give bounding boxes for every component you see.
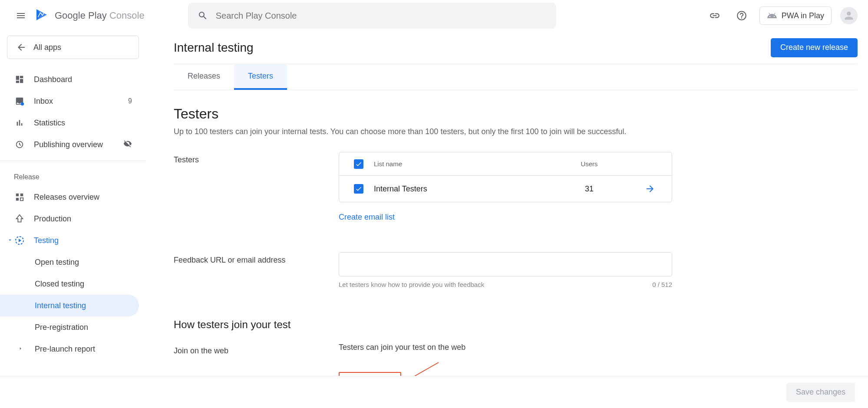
sidebar-item-inbox[interactable]: Inbox 9: [0, 90, 139, 112]
testers-description: Up to 100 testers can join your internal…: [174, 127, 858, 136]
link-button[interactable]: [706, 7, 724, 25]
play-console-icon: [35, 8, 49, 23]
svg-rect-4: [16, 194, 19, 196]
all-apps-button[interactable]: All apps: [7, 36, 139, 59]
app-selector[interactable]: PWA in Play: [759, 7, 832, 25]
sidebar-item-open-testing[interactable]: Open testing: [0, 251, 139, 273]
testers-label: Testers: [174, 152, 339, 165]
sidebar-item-releases-overview[interactable]: Releases overview: [0, 186, 139, 208]
tabs: Releases Testers: [174, 64, 858, 90]
arrow-right-icon: [645, 184, 655, 194]
svg-rect-6: [16, 198, 19, 201]
row-open-button[interactable]: [633, 184, 667, 194]
sidebar: All apps Dashboard Inbox 9 Statistics Pu…: [0, 31, 146, 360]
caret-right-icon: [17, 345, 23, 354]
sidebar-item-production[interactable]: Production: [0, 208, 139, 230]
logo-text: Google Play Console: [55, 10, 145, 21]
footer: Save changes: [0, 376, 868, 408]
join-label: Join on the web: [174, 343, 339, 355]
sidebar-item-pre-launch-report[interactable]: Pre-launch report: [0, 338, 139, 360]
sidebar-item-dashboard[interactable]: Dashboard: [0, 69, 139, 90]
svg-rect-5: [20, 194, 23, 196]
sidebar-item-label: Open testing: [35, 258, 79, 267]
sidebar-item-label: Publishing overview: [34, 140, 103, 149]
sidebar-section-release: Release: [7, 165, 139, 186]
create-release-button[interactable]: Create new release: [771, 38, 858, 57]
dashboard-icon: [14, 75, 25, 84]
arrow-left-icon: [16, 42, 26, 53]
sidebar-item-label: Dashboard: [34, 75, 72, 84]
person-icon: [843, 10, 855, 22]
sidebar-item-label: Pre-registration: [35, 323, 88, 332]
create-email-list-link[interactable]: Create email list: [339, 213, 395, 222]
testers-section: Testers Up to 100 testers can join your …: [174, 90, 858, 390]
search-box[interactable]: [188, 3, 556, 29]
tab-testers[interactable]: Testers: [234, 64, 287, 90]
sidebar-item-label: Testing: [34, 236, 59, 245]
table-row: Internal Testers 31: [339, 176, 672, 202]
header-right: PWA in Play: [706, 7, 858, 25]
tab-releases[interactable]: Releases: [174, 64, 234, 90]
caret-down-icon: [7, 236, 16, 245]
svg-rect-7: [20, 198, 23, 201]
divider: [0, 161, 146, 161]
col-users: Users: [546, 160, 633, 168]
help-button[interactable]: [733, 7, 751, 25]
feedback-helper: Let testers know how to provide you with…: [339, 281, 484, 288]
feedback-input[interactable]: [339, 252, 672, 276]
rocket-icon: [14, 214, 25, 224]
menu-icon: [16, 10, 26, 21]
sidebar-item-publishing[interactable]: Publishing overview: [0, 134, 139, 155]
bar-chart-icon: [14, 118, 25, 128]
join-description: Testers can join your test on the web: [339, 343, 672, 352]
publishing-status-icon: [123, 139, 132, 150]
row-list-name: Internal Testers: [374, 184, 546, 194]
col-list-name: List name: [374, 160, 546, 168]
header: Google Play Console PWA in Play: [0, 0, 868, 31]
svg-point-2: [21, 102, 24, 105]
sidebar-item-statistics[interactable]: Statistics: [0, 112, 139, 134]
sidebar-item-label: Internal testing: [35, 301, 86, 310]
hamburger-menu-button[interactable]: [10, 5, 31, 26]
inbox-icon: [14, 96, 25, 106]
feedback-label: Feedback URL or email address: [174, 252, 339, 265]
feedback-counter: 0 / 512: [652, 281, 672, 288]
row-users: 31: [546, 184, 633, 194]
search-input[interactable]: [216, 11, 547, 21]
sidebar-item-label: Releases overview: [34, 193, 99, 202]
sidebar-item-testing[interactable]: Testing: [0, 230, 139, 251]
testers-row: Testers List name Users Internal Testers…: [174, 152, 858, 222]
app-selector-label: PWA in Play: [782, 11, 824, 20]
sidebar-item-internal-testing[interactable]: Internal testing: [0, 295, 139, 316]
sidebar-item-closed-testing[interactable]: Closed testing: [0, 273, 139, 295]
save-changes-button[interactable]: Save changes: [786, 383, 855, 402]
logo[interactable]: Google Play Console: [35, 8, 145, 23]
help-icon: [736, 10, 747, 21]
testers-table: List name Users Internal Testers 31: [339, 152, 672, 202]
sidebar-item-pre-registration[interactable]: Pre-registration: [0, 316, 139, 338]
link-icon: [709, 10, 720, 21]
page-title: Internal testing: [174, 41, 254, 55]
row-checkbox[interactable]: [343, 184, 374, 194]
sidebar-item-label: Closed testing: [35, 280, 84, 289]
sidebar-item-label: Pre-launch report: [35, 345, 95, 354]
search-icon: [198, 10, 208, 21]
svg-marker-9: [19, 239, 21, 242]
page-header: Internal testing Create new release: [174, 31, 858, 64]
testers-heading: Testers: [174, 106, 858, 122]
user-avatar[interactable]: [840, 7, 858, 24]
join-heading: How testers join your test: [174, 319, 858, 331]
feedback-row: Feedback URL or email address Let tester…: [174, 252, 858, 288]
inbox-badge: 9: [128, 97, 132, 105]
main-content: Internal testing Create new release Rele…: [174, 31, 858, 390]
all-apps-label: All apps: [33, 43, 61, 52]
sidebar-item-label: Statistics: [34, 118, 65, 128]
sidebar-item-label: Production: [34, 214, 71, 224]
table-header: List name Users: [339, 152, 672, 176]
publishing-icon: [14, 140, 25, 149]
sidebar-item-label: Inbox: [34, 97, 53, 106]
android-icon: [767, 10, 777, 21]
checkbox-all[interactable]: [343, 159, 374, 169]
apps-icon: [14, 192, 25, 202]
